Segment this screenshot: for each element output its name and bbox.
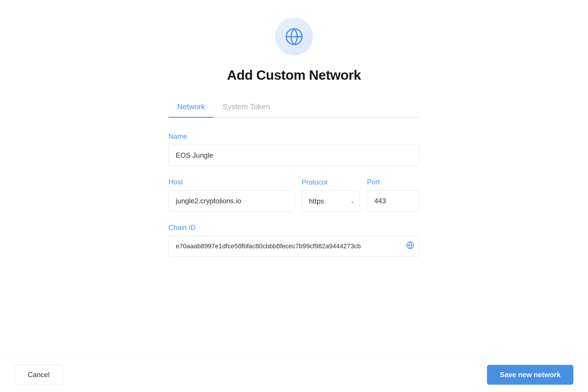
page-title: Add Custom Network	[227, 67, 361, 83]
globe-icon-wrapper	[275, 18, 313, 55]
save-new-network-button[interactable]: Save new network	[487, 365, 573, 385]
port-field-group: Port	[367, 178, 420, 212]
host-label: Host	[168, 178, 295, 186]
protocol-select-wrapper: https http ⌄	[302, 190, 360, 212]
host-protocol-port-row: Host Protocol https http ⌄ Port	[168, 178, 420, 223]
tabs: Network System Token	[168, 98, 420, 118]
chain-id-label: Chain ID	[168, 223, 420, 232]
cancel-button[interactable]: Cancel	[15, 365, 63, 385]
name-label: Name	[168, 132, 420, 141]
chain-id-globe-icon[interactable]	[406, 241, 414, 251]
protocol-field-group: Protocol https http ⌄	[302, 178, 360, 212]
host-input[interactable]	[168, 190, 295, 212]
page-container: Add Custom Network Network System Token …	[0, 0, 588, 392]
name-field-group: Name	[168, 132, 420, 166]
chain-id-input[interactable]	[168, 236, 420, 257]
globe-icon	[285, 27, 304, 46]
name-input[interactable]	[168, 145, 420, 166]
tab-network[interactable]: Network	[168, 98, 214, 117]
port-label: Port	[367, 178, 420, 186]
port-input[interactable]	[367, 190, 420, 212]
chain-id-wrapper	[168, 236, 420, 257]
tab-system-token[interactable]: System Token	[214, 98, 279, 117]
host-field-group: Host	[168, 178, 295, 212]
protocol-label: Protocol	[302, 178, 360, 186]
form-container: Network System Token Name Host Protocol …	[168, 98, 420, 268]
chain-id-field-group: Chain ID	[168, 223, 420, 257]
protocol-select[interactable]: https http	[302, 190, 360, 212]
bottom-bar: Cancel Save new network	[0, 357, 588, 392]
